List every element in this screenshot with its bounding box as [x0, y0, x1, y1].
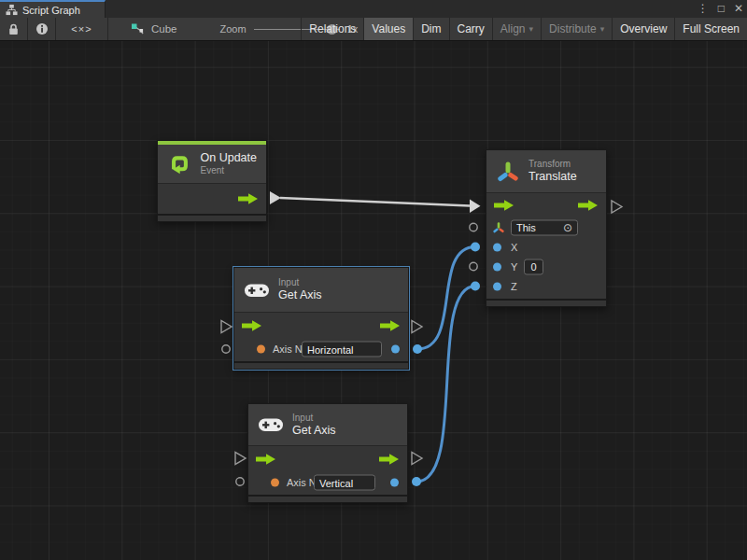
y-input-port[interactable]: [493, 262, 501, 271]
on-update-event-icon: [167, 150, 192, 178]
node-title: Get Axis: [292, 424, 336, 438]
axis-name-field[interactable]: Vertical: [314, 475, 375, 491]
flow-input-port[interactable]: [494, 200, 514, 211]
info-button[interactable]: [28, 18, 56, 40]
flow-input-port[interactable]: [256, 454, 275, 465]
graph-icon: [6, 4, 18, 16]
dim-button[interactable]: Dim: [413, 18, 448, 40]
carry-button[interactable]: Carry: [449, 18, 492, 40]
node-footer: [486, 299, 606, 306]
flow-output-port[interactable]: [379, 454, 399, 465]
node-category: Transform: [529, 159, 577, 170]
value-row: Axis Name Horizontal: [234, 339, 408, 359]
fullscreen-button[interactable]: Full Screen: [674, 18, 747, 40]
transform-icon: [496, 160, 520, 184]
node-title: On Update: [201, 151, 257, 165]
this-row: This ⊙: [486, 217, 606, 237]
node-get-axis-horizontal[interactable]: Input Get Axis Axis Name Horizontal: [233, 267, 409, 370]
flow-row: [234, 313, 408, 339]
port-row-x: X: [486, 237, 606, 257]
window-controls: ⋮ □ ✕: [698, 0, 743, 18]
chevron-down-icon: ▾: [600, 24, 605, 34]
port-label: X: [511, 242, 517, 253]
flow-row: [158, 184, 266, 214]
chevron-down-icon: ▾: [529, 24, 534, 34]
relations-button[interactable]: Relations: [301, 18, 363, 40]
result-output-port[interactable]: [391, 345, 400, 354]
axis-name-input-port[interactable]: [257, 345, 265, 354]
this-field[interactable]: This ⊙: [511, 219, 578, 235]
node-header[interactable]: Input Get Axis: [234, 268, 408, 313]
transform-mini-icon: [492, 221, 505, 234]
zoom-label: Zoom: [220, 23, 247, 35]
flow-output-port[interactable]: [238, 193, 258, 204]
tab-bar: Script Graph ⋮ □ ✕: [0, 0, 747, 18]
node-footer: [248, 495, 407, 502]
flow-output-port[interactable]: [380, 320, 400, 331]
node-on-update[interactable]: On Update Event: [157, 140, 267, 222]
node-category: Input: [292, 413, 336, 424]
node-title: Translate: [529, 170, 577, 184]
flow-row: [248, 446, 407, 472]
port-row-z: Z: [486, 276, 606, 296]
values-button[interactable]: Values: [363, 18, 413, 40]
port-label: Y: [511, 261, 517, 273]
info-icon: [35, 22, 49, 35]
toolbar: <×> Cube Zoom 1x Relations Values Dim Ca…: [0, 18, 747, 41]
port-label: Z: [511, 281, 517, 292]
node-category: Input: [278, 277, 322, 288]
result-output-port[interactable]: [390, 479, 399, 487]
value-row: Axis Name Vertical: [248, 472, 407, 493]
node-header[interactable]: Input Get Axis: [248, 404, 407, 446]
flow-input-port[interactable]: [242, 320, 261, 331]
node-get-axis-vertical[interactable]: Input Get Axis Axis Name Vertical: [247, 403, 408, 503]
gamepad-icon: [258, 416, 284, 433]
axis-name-field[interactable]: Horizontal: [302, 342, 382, 357]
graph-canvas[interactable]: On Update Event Transform: [0, 41, 747, 560]
window-maximize-icon[interactable]: □: [718, 0, 725, 18]
overview-button[interactable]: Overview: [612, 18, 674, 40]
tab-title: Script Graph: [22, 5, 80, 16]
node-header[interactable]: On Update Event: [158, 145, 266, 184]
align-dropdown[interactable]: Align ▾: [492, 18, 541, 40]
gamepad-icon: [244, 282, 270, 299]
distribute-dropdown[interactable]: Distribute ▾: [541, 18, 612, 40]
graph-breadcrumb[interactable]: Cube: [108, 18, 190, 40]
lock-icon: [8, 23, 19, 35]
flow-output-port[interactable]: [578, 200, 598, 211]
node-header[interactable]: Transform Translate: [486, 150, 606, 193]
code-toggle-button[interactable]: <×>: [56, 18, 108, 40]
x-input-port[interactable]: [493, 243, 501, 251]
tab-script-graph[interactable]: Script Graph: [0, 0, 106, 18]
axis-name-input-port[interactable]: [271, 479, 279, 487]
lock-button[interactable]: [0, 18, 28, 40]
toolbar-buttons: Relations Values Dim Carry Align ▾ Distr…: [301, 18, 747, 40]
flow-row: [486, 193, 606, 217]
node-subtitle: Event: [201, 165, 257, 176]
window-menu-icon[interactable]: ⋮: [698, 0, 709, 18]
graph-asset-icon: [131, 22, 146, 35]
port-row-y: Y 0: [486, 257, 606, 276]
script-graph-window: Script Graph ⋮ □ ✕ <×>: [0, 0, 747, 560]
y-value-field[interactable]: 0: [524, 259, 543, 274]
node-title: Get Axis: [278, 288, 322, 302]
node-translate[interactable]: Transform Translate This: [486, 149, 607, 307]
object-picker-icon[interactable]: ⊙: [563, 222, 572, 233]
node-footer: [158, 214, 266, 221]
graph-name: Cube: [151, 23, 177, 35]
z-input-port[interactable]: [493, 282, 501, 290]
node-footer: [234, 361, 408, 369]
window-close-icon[interactable]: ✕: [734, 0, 743, 18]
